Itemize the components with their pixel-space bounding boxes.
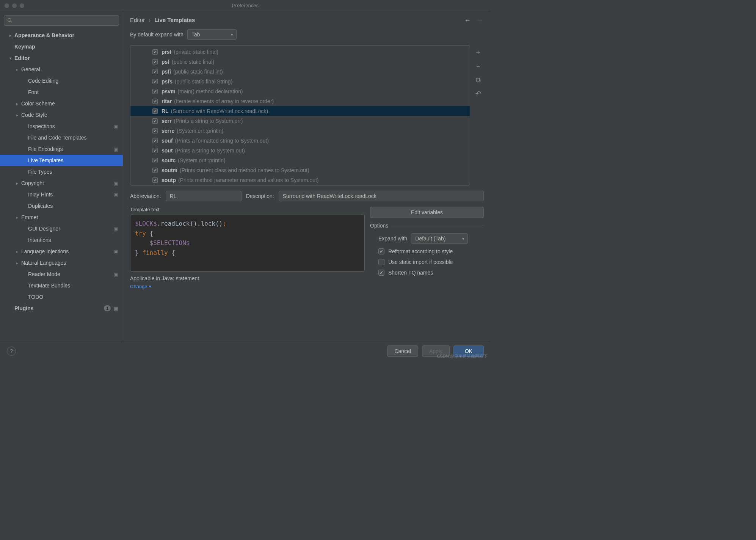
reformat-checkbox[interactable]	[378, 248, 384, 254]
sidebar-item-textmate-bundles[interactable]: TextMate Bundles	[0, 280, 123, 291]
description-input[interactable]	[279, 191, 484, 201]
template-checkbox[interactable]	[152, 99, 158, 104]
static-import-checkbox[interactable]	[378, 259, 384, 265]
sidebar-item-todo[interactable]: TODO	[0, 291, 123, 303]
revert-template-icon[interactable]: ↶	[475, 89, 481, 98]
template-row-psfs[interactable]: psfs(public static final String)	[130, 77, 470, 86]
description-label: Description:	[246, 193, 274, 199]
sidebar-item-duplicates[interactable]: Duplicates	[0, 200, 123, 212]
template-row-psvm[interactable]: psvm(main() method declaration)	[130, 86, 470, 96]
nav-forward-icon: →	[476, 17, 483, 25]
search-icon	[7, 18, 13, 23]
template-row-soutm[interactable]: soutm(Prints current class and method na…	[130, 165, 470, 175]
template-checkbox[interactable]	[152, 158, 158, 163]
sidebar-item-general[interactable]: ▸General	[0, 64, 123, 75]
project-level-icon: ▣	[114, 226, 118, 232]
shorten-fq-checkbox[interactable]	[378, 270, 384, 276]
sidebar-item-color-scheme[interactable]: ▸Color Scheme	[0, 98, 123, 109]
cancel-button[interactable]: Cancel	[387, 345, 418, 357]
sidebar-item-keymap[interactable]: Keymap	[0, 41, 123, 52]
sidebar-item-copyright[interactable]: ▸Copyright▣	[0, 177, 123, 189]
sidebar-item-font[interactable]: Font	[0, 86, 123, 98]
template-text-editor[interactable]: $LOCK$.readLock().lock(); try { $SELECTI…	[130, 215, 365, 272]
chevron-right-icon: ›	[149, 17, 151, 23]
sidebar-item-intentions[interactable]: Intentions	[0, 234, 123, 246]
template-checkbox[interactable]	[152, 177, 158, 183]
chevron-right-icon: ▸	[14, 68, 20, 72]
sidebar-item-inlay-hints[interactable]: Inlay Hints▣	[0, 189, 123, 200]
add-template-icon[interactable]: ＋	[475, 47, 482, 57]
edit-variables-button[interactable]: Edit variables	[370, 207, 484, 218]
sidebar-item-gui-designer[interactable]: GUI Designer▣	[0, 223, 123, 234]
template-checkbox[interactable]	[152, 89, 158, 94]
sidebar-item-appearance-behavior[interactable]: ▸Appearance & Behavior	[0, 30, 123, 41]
template-checkbox[interactable]	[152, 118, 158, 124]
sidebar-item-emmet[interactable]: ▸Emmet	[0, 212, 123, 223]
sidebar-item-reader-mode[interactable]: Reader Mode▣	[0, 268, 123, 280]
chevron-down-icon: ▾	[8, 56, 13, 60]
applicable-context: Applicable in Java: statement.	[130, 275, 365, 281]
nav-back-icon[interactable]: ←	[464, 17, 471, 25]
sidebar-item-plugins[interactable]: Plugins1▣	[0, 303, 123, 314]
abbreviation-label: Abbreviation:	[130, 193, 161, 199]
static-import-label: Use static import if possible	[388, 259, 453, 265]
minimize-window-icon[interactable]	[12, 3, 17, 8]
template-checkbox[interactable]	[152, 59, 158, 64]
template-row-prsf[interactable]: prsf(private static final)	[130, 47, 470, 57]
project-level-icon: ▣	[114, 192, 118, 198]
template-checkbox[interactable]	[152, 168, 158, 173]
sidebar-item-natural-languages[interactable]: ▸Natural Languages	[0, 257, 123, 268]
chevron-right-icon: ▸	[14, 215, 20, 220]
chevron-right-icon: ▸	[14, 113, 20, 117]
project-level-icon: ▣	[114, 306, 118, 311]
sidebar-item-file-and-code-templates[interactable]: File and Code Templates	[0, 132, 123, 143]
template-checkbox[interactable]	[152, 79, 158, 84]
template-checkbox[interactable]	[152, 148, 158, 153]
sidebar-item-editor[interactable]: ▾Editor	[0, 52, 123, 64]
expand-with-option-select[interactable]: Default (Tab)	[411, 233, 468, 244]
chevron-right-icon: ▸	[14, 250, 20, 254]
template-row-souf[interactable]: souf(Prints a formatted string to System…	[130, 136, 470, 146]
sidebar-item-language-injections[interactable]: ▸Language Injections▣	[0, 246, 123, 257]
settings-sidebar: ▸Appearance & BehaviorKeymap▾Editor▸Gene…	[0, 11, 123, 342]
sidebar-item-live-templates[interactable]: Live Templates	[0, 155, 123, 166]
change-context-link[interactable]: Change▾	[130, 284, 365, 289]
abbreviation-input[interactable]	[166, 191, 242, 201]
help-button[interactable]: ?	[7, 347, 16, 356]
project-level-icon: ▣	[114, 124, 118, 129]
close-window-icon[interactable]	[5, 3, 9, 8]
svg-line-1	[11, 21, 12, 23]
breadcrumb-root[interactable]: Editor	[130, 17, 145, 23]
search-input[interactable]	[4, 15, 119, 26]
duplicate-template-icon[interactable]: ⧉	[476, 76, 481, 84]
template-checkbox[interactable]	[152, 138, 158, 143]
template-row-soutv[interactable]: soutv(Prints a value to System.out)	[130, 185, 470, 185]
zoom-window-icon[interactable]	[20, 3, 24, 8]
template-row-soutp[interactable]: soutp(Prints method parameter names and …	[130, 175, 470, 185]
settings-tree[interactable]: ▸Appearance & BehaviorKeymap▾Editor▸Gene…	[0, 30, 123, 342]
reformat-label: Reformat according to style	[388, 248, 453, 254]
template-row-psf[interactable]: psf(public static final)	[130, 57, 470, 67]
project-level-icon: ▣	[114, 249, 118, 254]
svg-point-0	[8, 19, 11, 22]
template-checkbox[interactable]	[152, 128, 158, 133]
sidebar-item-file-types[interactable]: File Types	[0, 166, 123, 177]
template-row-ritar[interactable]: ritar(Iterate elements of array in rever…	[130, 96, 470, 106]
sidebar-item-inspections[interactable]: Inspections▣	[0, 121, 123, 132]
template-checkbox[interactable]	[152, 108, 158, 114]
template-checkbox[interactable]	[152, 49, 158, 55]
template-row-soutc[interactable]: soutc(System.out::println)	[130, 155, 470, 165]
remove-template-icon[interactable]: －	[475, 62, 482, 71]
template-row-sout[interactable]: sout(Prints a string to System.out)	[130, 146, 470, 155]
sidebar-item-file-encodings[interactable]: File Encodings▣	[0, 143, 123, 155]
sidebar-item-code-editing[interactable]: Code Editing	[0, 75, 123, 86]
templates-list[interactable]: prsf(private static final)psf(public sta…	[130, 45, 470, 185]
sidebar-item-code-style[interactable]: ▸Code Style	[0, 109, 123, 121]
template-checkbox[interactable]	[152, 69, 158, 74]
template-row-serr[interactable]: serr(Prints a string to System.err)	[130, 116, 470, 126]
template-row-serrc[interactable]: serrc(System.err::println)	[130, 126, 470, 136]
project-level-icon: ▣	[114, 146, 118, 152]
template-row-rl[interactable]: RL(Surround with ReadWriteLock.readLock)	[130, 106, 470, 116]
template-row-psfi[interactable]: psfi(public static final int)	[130, 67, 470, 77]
expand-with-select[interactable]: Tab	[187, 29, 237, 40]
